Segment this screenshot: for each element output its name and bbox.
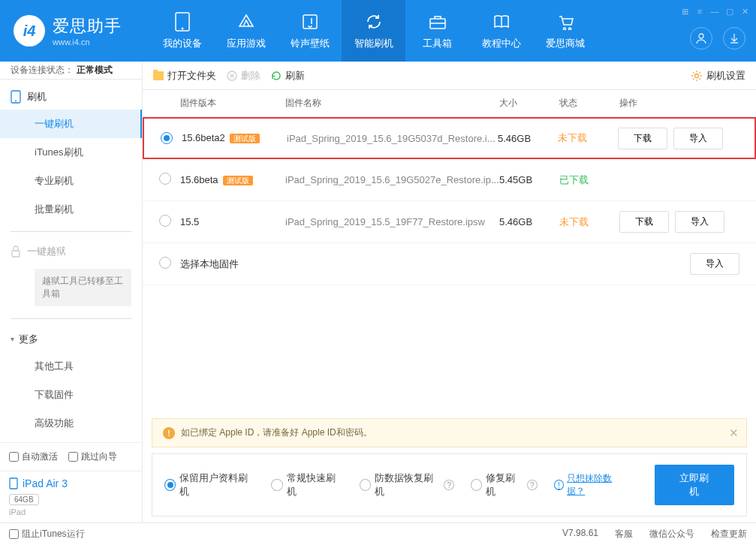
import-button[interactable]: 导入	[673, 128, 723, 149]
chevron-down-icon: ▾	[11, 335, 14, 343]
body: 设备连接状态： 正常模式 刷机 一键刷机 iTunes刷机 专业刷机 批量刷机 …	[0, 62, 756, 522]
nav-apps[interactable]: 应用游戏	[214, 0, 278, 62]
nav-ringtone[interactable]: 铃声壁纸	[278, 0, 342, 62]
sidebar-item-download[interactable]: 下载固件	[0, 381, 142, 409]
block-itunes-checkbox[interactable]: 阻止iTunes运行	[9, 528, 85, 540]
nav-flash[interactable]: 智能刷机	[342, 0, 405, 62]
col-status: 状态	[559, 97, 619, 110]
svg-point-1	[181, 28, 183, 30]
header-right	[690, 27, 745, 50]
device-type: iPad	[9, 507, 133, 516]
delete-icon	[227, 71, 237, 81]
refresh-icon	[271, 71, 282, 81]
sidebar-item-batch[interactable]: 批量刷机	[0, 195, 142, 224]
wechat-link[interactable]: 微信公众号	[649, 528, 694, 540]
erase-link[interactable]: !只想抹除数据？	[554, 472, 628, 498]
sidebar-bottom: 自动激活 跳过向导 iPad Air 3 64GB iPad	[0, 442, 142, 522]
svg-rect-7	[12, 251, 20, 257]
maximize-icon[interactable]: ▢	[723, 5, 736, 18]
warning-icon: !	[163, 427, 175, 439]
sidebar-item-oneclick[interactable]: 一键刷机	[0, 110, 142, 138]
radio[interactable]	[159, 257, 171, 269]
flash-options: 保留用户资料刷机 常规快速刷机 防数据恢复刷机? 修复刷机? !只想抹除数据？ …	[152, 453, 747, 516]
help-icon[interactable]: ?	[527, 480, 537, 490]
app-subtitle: www.i4.cn	[53, 38, 122, 47]
skip-guide-checkbox[interactable]: 跳过向导	[68, 450, 117, 463]
opt-repair[interactable]: 修复刷机?	[471, 471, 538, 498]
nav-store[interactable]: 爱思商城	[533, 0, 597, 62]
beta-tag: 测试版	[223, 176, 253, 185]
import-button[interactable]: 导入	[675, 211, 724, 233]
open-folder-button[interactable]: 打开文件夹	[153, 69, 216, 83]
apps-icon	[236, 11, 257, 32]
ipad-icon	[9, 477, 18, 489]
menu-icon[interactable]: ≡	[693, 5, 706, 18]
support-link[interactable]: 客服	[615, 528, 633, 540]
sidebar-item-other[interactable]: 其他工具	[0, 352, 142, 381]
device-name: iPad Air 3	[9, 477, 133, 489]
warning-banner: ! 如已绑定 Apple ID，请准备好 Apple ID和密码。 ✕	[152, 418, 747, 447]
download-icon[interactable]	[723, 27, 745, 50]
sidebar-item-itunes[interactable]: iTunes刷机	[0, 138, 142, 167]
nav-toolbox[interactable]: 工具箱	[405, 0, 469, 62]
table-row[interactable]: 15.6beta测试版 iPad_Spring_2019_15.6_19G502…	[143, 159, 756, 201]
user-icon[interactable]	[690, 27, 712, 50]
app-title: 爱思助手	[53, 15, 122, 38]
sidebar: 设备连接状态： 正常模式 刷机 一键刷机 iTunes刷机 专业刷机 批量刷机 …	[0, 62, 143, 522]
svg-rect-8	[10, 478, 17, 489]
download-button[interactable]: 下载	[618, 128, 667, 149]
opt-anti-recovery[interactable]: 防数据恢复刷机?	[360, 471, 454, 498]
sidebar-item-advanced[interactable]: 高级功能	[0, 409, 142, 438]
logo-icon: i4	[14, 15, 45, 47]
sidebar-jailbreak-group: 一键越狱 越狱工具已转移至工具箱	[0, 234, 142, 315]
table-row-local[interactable]: 选择本地固件 导入	[143, 243, 756, 285]
close-icon[interactable]: ✕	[738, 5, 751, 18]
sidebar-more-title: ▾ 更多	[0, 327, 142, 352]
refresh-icon	[363, 11, 384, 32]
sidebar-more-group: ▾ 更多 其他工具 下载固件 高级功能	[0, 322, 142, 442]
grid-icon[interactable]: ⊞	[678, 5, 691, 18]
update-link[interactable]: 检查更新	[711, 528, 747, 540]
footer: 阻止iTunes运行 V7.98.61 客服 微信公众号 检查更新	[0, 522, 756, 545]
radio-selected[interactable]	[161, 132, 173, 144]
flash-now-button[interactable]: 立即刷机	[655, 465, 734, 505]
table-row[interactable]: 15.5 iPad_Spring_2019_15.5_19F77_Restore…	[143, 201, 756, 243]
download-button[interactable]: 下载	[619, 211, 669, 233]
refresh-button[interactable]: 刷新	[271, 69, 305, 83]
version-label: V7.98.61	[562, 528, 598, 540]
col-version: 固件版本	[180, 97, 285, 110]
main-content: 打开文件夹 删除 刷新 刷机设置 固件版本 固件名称 大小 状态 操作 15.6…	[143, 62, 756, 522]
device-info: iPad Air 3 64GB iPad	[0, 471, 142, 522]
radio[interactable]	[159, 215, 171, 227]
lock-icon	[11, 245, 21, 257]
col-size: 大小	[499, 97, 559, 110]
connection-status: 设备连接状态： 正常模式	[0, 62, 142, 80]
nav-my-device[interactable]: 我的设备	[150, 0, 214, 62]
col-name: 固件名称	[285, 97, 499, 110]
sidebar-jailbreak: 一键越狱	[0, 239, 142, 264]
opt-fast[interactable]: 常规快速刷机	[271, 471, 342, 498]
settings-button[interactable]: 刷机设置	[691, 69, 745, 83]
auto-activate-checkbox[interactable]: 自动激活	[9, 450, 58, 463]
sidebar-item-pro[interactable]: 专业刷机	[0, 167, 142, 195]
help-icon[interactable]: ?	[444, 480, 454, 490]
table-header: 固件版本 固件名称 大小 状态 操作	[143, 90, 756, 117]
sidebar-flash-title: 刷机	[0, 84, 142, 110]
nav-tutorial[interactable]: 教程中心	[469, 0, 533, 62]
options-row: 自动激活 跳过向导	[0, 443, 142, 471]
sidebar-flash-group: 刷机 一键刷机 iTunes刷机 专业刷机 批量刷机	[0, 80, 142, 228]
minimize-icon[interactable]: —	[708, 5, 721, 18]
opt-keep-data[interactable]: 保留用户资料刷机	[164, 471, 255, 498]
main-nav: 我的设备 应用游戏 铃声壁纸 智能刷机 工具箱 教程中心 爱思商城	[150, 0, 597, 62]
storage-badge: 64GB	[9, 494, 39, 505]
folder-icon	[153, 71, 164, 80]
app-header: ⊞ ≡ — ▢ ✕ i4 爱思助手 www.i4.cn 我的设备 应用游戏 铃声…	[0, 0, 756, 62]
radio[interactable]	[159, 173, 171, 185]
divider	[11, 318, 131, 319]
import-button[interactable]: 导入	[690, 253, 739, 275]
phone-icon	[11, 90, 21, 104]
table-row[interactable]: 15.6beta2测试版 iPad_Spring_2019_15.6_19G50…	[143, 117, 756, 159]
svg-point-10	[695, 74, 699, 77]
close-banner-icon[interactable]: ✕	[729, 426, 739, 440]
delete-button[interactable]: 删除	[227, 69, 261, 83]
